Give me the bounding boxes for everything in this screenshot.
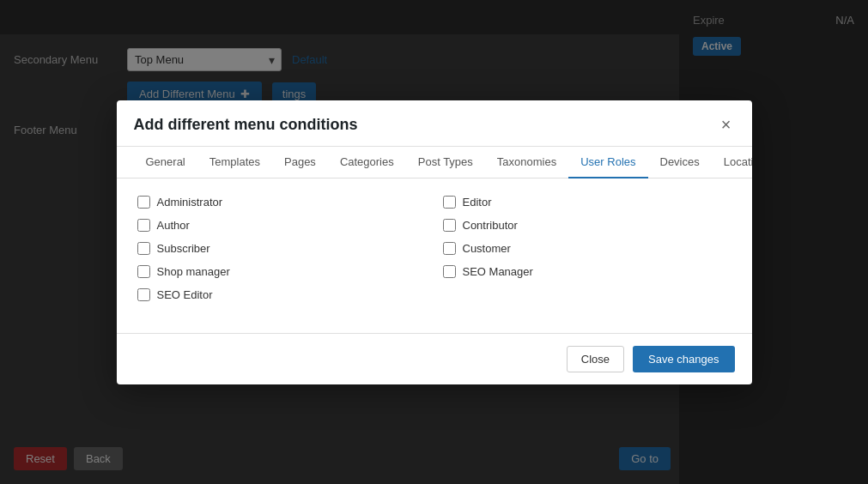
checkbox-grid: Administrator Editor Author Contributor — [137, 196, 731, 301]
tab-pages[interactable]: Pages — [272, 147, 328, 178]
checkbox-shop-manager-label: Shop manager — [157, 265, 230, 278]
modal-close-button[interactable]: × — [718, 116, 735, 133]
checkbox-author-label: Author — [157, 219, 190, 232]
checkbox-shop-manager[interactable]: Shop manager — [137, 265, 426, 278]
save-changes-button[interactable]: Save changes — [633, 346, 734, 372]
checkbox-administrator-input[interactable] — [137, 196, 150, 209]
checkbox-seo-manager-input[interactable] — [443, 265, 456, 278]
checkbox-contributor-input[interactable] — [443, 219, 456, 232]
checkbox-shop-manager-input[interactable] — [137, 265, 150, 278]
modal-overlay: Add different menu conditions × General … — [0, 0, 868, 484]
checkbox-subscriber-label: Subscriber — [157, 242, 210, 255]
checkbox-author-input[interactable] — [137, 219, 150, 232]
checkbox-customer-input[interactable] — [443, 242, 456, 255]
close-modal-button[interactable]: Close — [567, 346, 624, 372]
checkbox-seo-editor-label: SEO Editor — [157, 288, 213, 301]
checkbox-editor[interactable]: Editor — [443, 196, 731, 209]
modal-title: Add different menu conditions — [134, 116, 358, 134]
tab-post-types[interactable]: Post Types — [406, 147, 485, 178]
checkbox-seo-manager-label: SEO Manager — [463, 265, 533, 278]
tab-general[interactable]: General — [134, 147, 197, 178]
checkbox-contributor-label: Contributor — [463, 219, 518, 232]
modal: Add different menu conditions × General … — [117, 100, 752, 384]
tab-content-user-roles: Administrator Editor Author Contributor — [117, 178, 752, 333]
checkbox-subscriber-input[interactable] — [137, 242, 150, 255]
checkbox-seo-editor[interactable]: SEO Editor — [137, 288, 426, 301]
checkbox-seo-editor-input[interactable] — [137, 288, 150, 301]
checkbox-editor-label: Editor — [463, 196, 492, 209]
checkbox-contributor[interactable]: Contributor — [443, 219, 731, 232]
checkbox-administrator[interactable]: Administrator — [137, 196, 426, 209]
checkbox-seo-manager[interactable]: SEO Manager — [443, 265, 731, 278]
tab-templates[interactable]: Templates — [197, 147, 272, 178]
checkbox-customer[interactable]: Customer — [443, 242, 731, 255]
tab-taxonomies[interactable]: Taxonomies — [485, 147, 568, 178]
tab-categories[interactable]: Categories — [328, 147, 406, 178]
tab-user-roles[interactable]: User Roles — [568, 147, 647, 178]
checkbox-administrator-label: Administrator — [157, 196, 223, 209]
tab-devices[interactable]: Devices — [648, 147, 712, 178]
tab-bar: General Templates Pages Categories Post … — [117, 147, 752, 178]
checkbox-author[interactable]: Author — [137, 219, 426, 232]
checkbox-customer-label: Customer — [463, 242, 511, 255]
checkbox-subscriber[interactable]: Subscriber — [137, 242, 426, 255]
modal-header: Add different menu conditions × — [117, 100, 752, 147]
checkbox-editor-input[interactable] — [443, 196, 456, 209]
tab-locations[interactable]: Locations — [712, 147, 752, 178]
modal-footer: Close Save changes — [117, 333, 752, 384]
